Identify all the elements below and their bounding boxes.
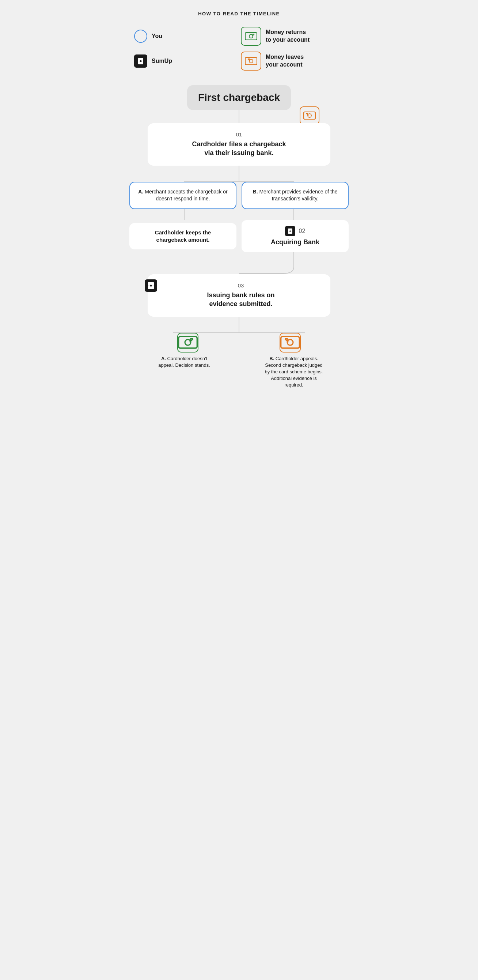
svg-rect-14	[179, 337, 197, 348]
outcome-a-text: A. Cardholder doesn't appeal. Decision s…	[133, 355, 235, 389]
svg-rect-0	[245, 33, 257, 40]
outcome-b-icon-col	[239, 333, 341, 353]
step-01-desc: Cardholder files a chargeback via their …	[157, 140, 321, 158]
step-02-card: 02 Acquiring Bank	[241, 220, 349, 252]
curved-connector	[129, 252, 349, 274]
step-01-card: 01 Cardholder files a chargeback via the…	[148, 123, 330, 165]
step-03-sumup-icon	[145, 279, 157, 292]
svg-rect-9	[304, 112, 315, 119]
branch-b-label: B.	[253, 189, 258, 194]
fork-connector	[129, 165, 349, 182]
money-out-icon	[241, 52, 261, 71]
svg-point-12	[289, 231, 291, 232]
step-02-sumup-icon	[285, 226, 295, 236]
outcome-b-text: B. Cardholder appeals. Second chargeback…	[243, 355, 345, 389]
legend-sumup-label: SumUp	[152, 58, 172, 64]
you-circle-icon	[134, 30, 147, 43]
sumup-icon	[134, 54, 147, 68]
legend-you: You	[134, 27, 237, 46]
outcome-b-bold: B.	[269, 356, 274, 361]
svg-point-5	[140, 60, 142, 62]
step-01-number: 01	[157, 131, 321, 137]
legend: You Money returns to your account SumUp	[127, 27, 351, 71]
svg-point-13	[150, 285, 152, 287]
outcome-icons-row	[129, 333, 349, 353]
step-03-wrapper: 03 Issuing bank rules on evidence submit…	[148, 274, 330, 317]
connector-1	[239, 110, 239, 123]
step-02-actor-row: 02	[247, 226, 343, 236]
legend-money-out-label: Money leaves your account	[266, 53, 304, 69]
section-title: First chargeback	[187, 85, 291, 110]
svg-rect-6	[245, 57, 257, 65]
split-down-connector	[129, 209, 349, 220]
money-in-icon	[241, 27, 261, 46]
branch-row: A. Merchant accepts the chargeback or do…	[129, 182, 349, 209]
outcome-a-money-icon	[177, 333, 199, 353]
branch-a-text: Merchant accepts the chargeback or doesn…	[143, 189, 227, 202]
result-a-text: Cardholder keeps the chargeback amount.	[155, 229, 211, 243]
outcome-a-desc: Cardholder doesn't appeal. Decision stan…	[158, 356, 210, 368]
step-03-card: 03 Issuing bank rules on evidence submit…	[148, 274, 330, 317]
outcome-labels-row: A. Cardholder doesn't appeal. Decision s…	[129, 355, 349, 389]
result-a-card: Cardholder keeps the chargeback amount.	[129, 223, 237, 250]
branch-a-card: A. Merchant accepts the chargeback or do…	[129, 182, 237, 209]
branch-a-label: A.	[138, 189, 143, 194]
outcome-a-icon-col	[137, 333, 239, 353]
legend-sumup: SumUp	[134, 52, 237, 71]
branch-b-text: Merchant provides evidence of the transa…	[258, 189, 338, 202]
outcome-b-money-icon	[279, 333, 301, 353]
step1-money-float-icon	[300, 107, 319, 125]
legend-money-in: Money returns to your account	[241, 27, 344, 46]
result-step02-row: Cardholder keeps the chargeback amount. …	[129, 220, 349, 252]
legend-money-out: Money leaves your account	[241, 52, 344, 71]
timeline: First chargeback 01 Cardholder files a c…	[127, 85, 351, 389]
step-03-desc: Issuing bank rules on evidence submitted…	[161, 291, 321, 309]
branch-b-card: B. Merchant provides evidence of the tra…	[241, 182, 349, 209]
header-title: HOW TO READ THE TIMELINE	[198, 11, 280, 16]
step-02-actor: Acquiring Bank	[247, 238, 343, 247]
page-header: HOW TO READ THE TIMELINE	[127, 11, 351, 16]
outcome-a-bold: A.	[161, 356, 166, 361]
step-02-number: 02	[299, 227, 305, 235]
svg-rect-17	[281, 337, 300, 348]
legend-money-in-label: Money returns to your account	[266, 29, 310, 44]
legend-you-label: You	[152, 33, 162, 40]
outcome-fork	[129, 317, 349, 333]
step-03-number: 03	[161, 282, 321, 288]
